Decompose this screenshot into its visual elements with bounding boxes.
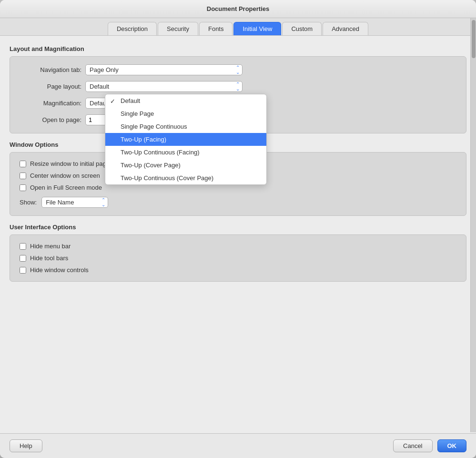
hide-menu-label: Hide menu bar [30,243,71,250]
tab-advanced[interactable]: Advanced [323,22,368,35]
help-button[interactable]: Help [10,439,42,452]
dropdown-item-two-up-facing[interactable]: Two-Up (Facing) [105,133,266,146]
ui-options-box: Hide menu bar Hide tool bars Hide window… [10,234,466,282]
show-select-wrapper: File Name ⌃ ⌄ [41,197,108,208]
center-window-label: Center window on screen [30,172,100,179]
page-layout-label: Page layout: [20,83,81,90]
resize-window-checkbox[interactable] [20,161,26,167]
navigation-tab-label: Navigation tab: [20,66,81,73]
open-to-page-label: Open to page: [20,116,81,123]
hide-tools-label: Hide tool bars [30,254,68,262]
tab-fonts[interactable]: Fonts [199,22,233,35]
footer-right-buttons: Cancel OK [393,439,466,452]
show-row: Show: File Name ⌃ ⌄ [20,197,456,208]
ok-button[interactable]: OK [437,439,467,452]
fullscreen-label: Open in Full Screen mode [30,184,102,191]
navigation-tab-row: Navigation tab: Page Only ⌃ ⌄ [20,64,456,75]
checkmark-default: ✓ [110,97,115,104]
show-label: Show: [20,199,37,206]
tabs-bar: Description Security Fonts Initial View … [0,18,476,36]
page-layout-row: Page layout: Default ⌃ ⌄ [20,81,456,92]
resize-window-label: Resize window to initial page [30,160,110,167]
scroll-track[interactable] [470,18,476,432]
navigation-tab-select[interactable]: Page Only [85,64,243,75]
navigation-tab-select-wrapper: Page Only ⌃ ⌄ [85,64,243,75]
magnification-label: Magnification: [20,100,81,107]
dropdown-item-single-page[interactable]: Single Page [105,107,266,120]
document-properties-window: Document Properties Description Security… [0,0,476,458]
page-layout-dropdown: ✓ Default Single Page Single Page Contin… [105,94,267,185]
fullscreen-checkbox[interactable] [20,184,26,191]
dropdown-item-default[interactable]: ✓ Default [105,94,266,107]
ui-options-section: User Interface Options Hide menu bar Hid… [10,224,466,282]
dropdown-item-two-up-continuous-cover[interactable]: Two-Up Continuous (Cover Page) [105,172,266,184]
hide-controls-label: Hide window controls [30,266,89,274]
hide-tools-checkbox[interactable] [20,255,26,262]
cancel-button[interactable]: Cancel [393,439,432,452]
window-title: Document Properties [207,5,269,12]
tab-initial-view[interactable]: Initial View [233,22,281,35]
footer: Help Cancel OK [0,433,476,458]
hide-controls-checkbox[interactable] [20,267,26,274]
hide-menu-row: Hide menu bar [20,243,456,250]
dropdown-item-single-page-continuous[interactable]: Single Page Continuous [105,120,266,133]
center-window-checkbox[interactable] [20,173,26,179]
dropdown-item-two-up-cover[interactable]: Two-Up (Cover Page) [105,159,266,172]
scroll-thumb[interactable] [472,20,476,58]
page-layout-select-wrapper: Default ⌃ ⌄ [85,81,243,92]
tab-description[interactable]: Description [108,22,157,35]
fullscreen-row: Open in Full Screen mode [20,184,456,191]
hide-tools-row: Hide tool bars [20,254,456,262]
ui-options-title: User Interface Options [10,224,466,231]
page-layout-select[interactable]: Default [85,81,243,92]
titlebar: Document Properties [0,0,476,18]
hide-controls-row: Hide window controls [20,266,456,274]
tab-security[interactable]: Security [158,22,198,35]
show-select[interactable]: File Name [41,197,108,208]
layout-section-title: Layout and Magnification [10,45,466,52]
tab-custom[interactable]: Custom [282,22,322,35]
hide-menu-checkbox[interactable] [20,243,26,250]
dropdown-item-two-up-continuous-facing[interactable]: Two-Up Continuous (Facing) [105,146,266,159]
